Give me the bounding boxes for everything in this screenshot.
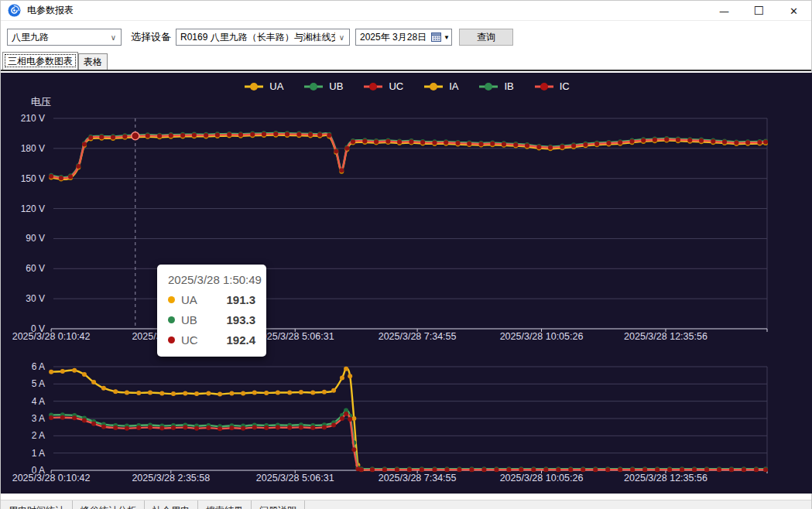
minimize-button[interactable]: — bbox=[707, 1, 742, 21]
tooltip-series-value: 191.3 bbox=[226, 293, 255, 306]
tooltip-series-label: UC bbox=[181, 333, 198, 347]
device-select[interactable]: R0169 八里九路（长丰路）与湘桂线交 ∨ bbox=[176, 29, 350, 46]
maximize-button[interactable]: ☐ bbox=[742, 1, 776, 21]
background-tab[interactable]: 用电时间统计 bbox=[1, 500, 73, 509]
query-button[interactable]: 查询 bbox=[459, 29, 513, 46]
y-axis-tick-label: 150 V bbox=[21, 173, 45, 184]
x-axis-tick-label: 2025/3/28 2:35:58 bbox=[132, 473, 210, 483]
window-title: 电参数报表 bbox=[27, 4, 74, 17]
x-axis-tick-label: 2025/3/28 7:34:55 bbox=[379, 473, 457, 483]
series-dot-icon bbox=[168, 296, 175, 303]
y-axis-tick-label: 1 A bbox=[32, 448, 45, 459]
chevron-down-icon: ∨ bbox=[111, 33, 116, 42]
series-line-ic bbox=[51, 414, 766, 470]
area-select[interactable]: 八里九路 ∨ bbox=[7, 29, 122, 46]
x-axis-tick-label: 2025/3/28 12:35:56 bbox=[624, 473, 708, 483]
x-axis-tick-label: 2025/3/28 5:06:31 bbox=[256, 473, 334, 483]
tab-chart[interactable]: 三相电参数图表 bbox=[2, 52, 78, 70]
background-tab[interactable]: 峰谷统计分析 bbox=[73, 500, 145, 509]
y-axis-tick-label: 3 A bbox=[32, 413, 45, 424]
series-line-ib bbox=[51, 410, 766, 469]
bottom-strip bbox=[1, 494, 811, 500]
y-axis-tick-label: 2 A bbox=[32, 430, 45, 441]
y-axis-tick-label: 90 V bbox=[26, 233, 45, 244]
y-axis-tick-label: 210 V bbox=[21, 113, 45, 124]
background-tab[interactable]: 搜索结果 bbox=[198, 500, 252, 509]
tooltip-row-ub: UB 193.3 bbox=[168, 313, 255, 326]
x-axis-tick-label: 2025/3/28 10:05:26 bbox=[500, 331, 584, 342]
device-select-value: R0169 八里九路（长丰路）与湘桂线交 bbox=[180, 31, 335, 44]
tooltip-row-ua: UA 191.3 bbox=[168, 293, 255, 306]
title-bar: 电参数报表 — ☐ ✕ bbox=[1, 1, 811, 21]
x-axis-tick-label: 2025/3/28 0:10:42 bbox=[12, 473, 91, 483]
x-axis-tick-label: 2025/3/28 5:06:31 bbox=[256, 331, 334, 342]
date-picker[interactable]: 2025年 3月28日 ▼ bbox=[355, 29, 452, 46]
y-axis-tick-label: 60 V bbox=[26, 263, 45, 274]
window-controls: — ☐ ✕ bbox=[707, 1, 811, 21]
chart-panel: UA UB UC IA IB IC 电压 0 V30 V60 V90 V120 … bbox=[1, 73, 812, 494]
series-dot-icon bbox=[168, 316, 175, 323]
tab-table[interactable]: 表格 bbox=[78, 53, 108, 70]
x-axis-tick-label: 2025/3/28 0:10:42 bbox=[12, 331, 91, 342]
series-dot-icon bbox=[168, 336, 175, 343]
y-axis-tick-label: 180 V bbox=[21, 143, 45, 154]
area-select-value: 八里九路 bbox=[12, 31, 49, 44]
tab-strip: 三相电参数图表 表格 bbox=[1, 53, 811, 71]
tooltip-series-label: UB bbox=[181, 313, 197, 326]
y-axis-tick-label: 30 V bbox=[26, 293, 45, 304]
x-axis-tick-label: 2025/3/28 12:35:56 bbox=[624, 331, 708, 342]
background-tab-bar: 用电时间统计峰谷统计分析社会用电搜索结果问题说明 bbox=[1, 500, 811, 509]
calendar-icon bbox=[431, 32, 441, 42]
toolbar: 八里九路 ∨ 选择设备 R0169 八里九路（长丰路）与湘桂线交 ∨ 2025年… bbox=[1, 22, 811, 53]
tooltip-row-uc: UC 192.4 bbox=[168, 333, 255, 347]
tooltip-series-label: UA bbox=[181, 293, 197, 306]
y-axis-tick-label: 4 A bbox=[32, 396, 45, 407]
close-button[interactable]: ✕ bbox=[776, 1, 811, 21]
y-axis-tick-label: 6 A bbox=[32, 361, 45, 372]
app-window: 电参数报表 — ☐ ✕ 八里九路 ∨ 选择设备 R0169 八里九路（长丰路）与… bbox=[0, 0, 812, 509]
date-dropdown-arrow-icon: ▼ bbox=[444, 34, 450, 41]
x-axis-tick-label: 2025/3/28 7:34:55 bbox=[379, 331, 457, 342]
tooltip-series-value: 193.3 bbox=[226, 313, 255, 326]
x-axis-tick-label: 2025/3/28 10:05:26 bbox=[500, 473, 584, 483]
tooltip-series-value: 192.4 bbox=[226, 333, 255, 347]
y-axis-tick-label: 5 A bbox=[32, 378, 45, 389]
background-tab[interactable]: 问题说明 bbox=[252, 500, 305, 509]
app-logo-icon bbox=[8, 4, 21, 17]
chart-tooltip: 2025/3/28 1:50:49 UA 191.3 UB 193.3 UC 1… bbox=[157, 265, 266, 357]
background-tab[interactable]: 社会用电 bbox=[145, 500, 198, 509]
device-label: 选择设备 bbox=[131, 30, 171, 44]
tooltip-timestamp: 2025/3/28 1:50:49 bbox=[168, 273, 255, 286]
chevron-down-icon: ∨ bbox=[339, 33, 344, 42]
voltage-current-charts[interactable]: 0 V30 V60 V90 V120 V150 V180 V210 V2025/… bbox=[1, 73, 812, 494]
y-axis-tick-label: 120 V bbox=[21, 203, 45, 214]
date-picker-value: 2025年 3月28日 bbox=[360, 31, 427, 44]
